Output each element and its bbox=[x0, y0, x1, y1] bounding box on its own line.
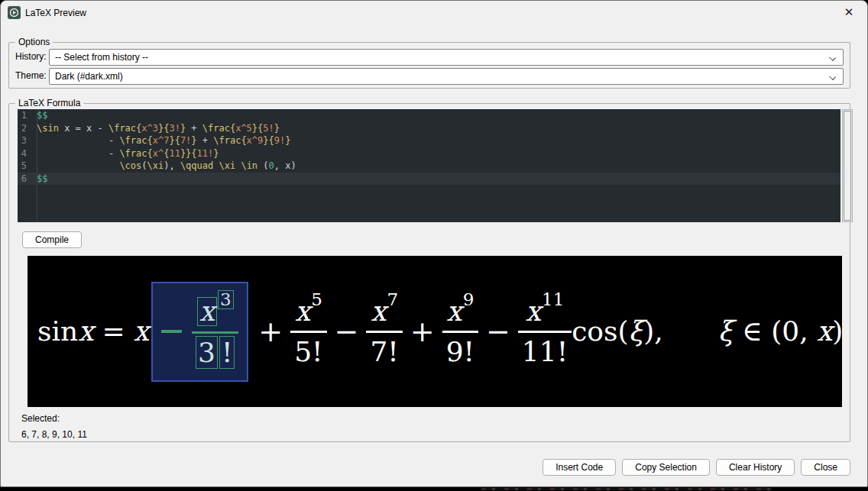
formula-cos: cos bbox=[572, 318, 617, 345]
fraction-numerator: x7 bbox=[367, 298, 402, 331]
formula-condition: ξ ∈ (0, x ) bbox=[718, 318, 844, 345]
fraction-numerator: x5 bbox=[291, 298, 326, 331]
close-button[interactable]: Close bbox=[801, 459, 850, 476]
clear-history-button[interactable]: Clear History bbox=[716, 459, 795, 476]
dialog-footer: Insert CodeCopy SelectionClear HistoryCl… bbox=[542, 459, 850, 476]
numerator-exponent: 9 bbox=[463, 291, 474, 308]
operator-sign: − bbox=[486, 317, 510, 346]
numerator-exponent: 7 bbox=[387, 291, 398, 308]
condition-in-interval: ∈ (0, bbox=[734, 318, 817, 345]
line-code: \cos(\xi), \qquad \xi \in (0, x) bbox=[32, 160, 296, 173]
history-label: History: bbox=[15, 51, 47, 62]
selected-minus-sign bbox=[161, 330, 182, 333]
line-code: $$ bbox=[32, 109, 47, 122]
rendered-formula: sin x = x x 3 3! bbox=[28, 256, 842, 407]
app-play-icon bbox=[8, 6, 21, 19]
theme-selected-value: Dark (#dark.xml) bbox=[55, 71, 123, 82]
formula-cos-xi: ξ bbox=[629, 318, 644, 345]
fraction-denominator: 7! bbox=[366, 333, 402, 366]
formula-equals: = bbox=[102, 318, 125, 345]
copy-selection-button[interactable]: Copy Selection bbox=[622, 459, 710, 476]
selected-label: Selected: bbox=[21, 413, 60, 424]
desktop-background bbox=[481, 488, 772, 490]
editor-line-6[interactable]: 6$$ bbox=[18, 173, 840, 186]
options-group-label: Options bbox=[15, 37, 53, 47]
condition-x: x bbox=[817, 318, 832, 345]
gutter-separator bbox=[37, 109, 37, 222]
selected-glyph-den-digit[interactable]: 3 bbox=[196, 336, 218, 369]
fraction-numerator: x9 bbox=[442, 298, 478, 331]
theme-label: Theme: bbox=[15, 70, 47, 81]
editor-line-1[interactable]: 1$$ bbox=[18, 109, 840, 122]
history-selected-value: -- Select from history -- bbox=[55, 52, 148, 63]
fraction-term: x1111! bbox=[518, 298, 572, 366]
formula-lhs-var: x bbox=[78, 318, 93, 345]
series-terms: +x55!−x77!+x99!−x1111! bbox=[251, 298, 572, 366]
numerator-base: x bbox=[446, 298, 462, 325]
numerator-exponent: 5 bbox=[311, 291, 322, 308]
fraction-denominator: 5! bbox=[290, 333, 326, 366]
line-number: 1 bbox=[18, 109, 32, 122]
editor-line-3[interactable]: 3 - \frac{x^7}{7!} + \frac{x^9}{9!} bbox=[18, 134, 840, 147]
line-code: - \frac{x^{11}}{11!} bbox=[32, 147, 219, 160]
condition-xi: ξ bbox=[718, 318, 734, 345]
formula-cos-open-paren: ( bbox=[617, 318, 628, 345]
line-number: 5 bbox=[18, 160, 32, 173]
history-select[interactable]: -- Select from history -- bbox=[49, 49, 844, 66]
condition-close-paren: ) bbox=[832, 318, 843, 345]
window-title: LaTeX Preview bbox=[25, 8, 86, 18]
selection-highlight-box[interactable]: x 3 3! bbox=[151, 282, 248, 382]
operator-sign: + bbox=[258, 317, 283, 346]
editor-scrollbar-thumb[interactable] bbox=[844, 111, 851, 221]
formula-first-term: x bbox=[134, 318, 149, 345]
editor-line-4[interactable]: 4 - \frac{x^{11}}{11!} bbox=[18, 147, 840, 160]
chevron-down-icon bbox=[829, 73, 836, 80]
line-number: 3 bbox=[18, 134, 32, 147]
line-number: 4 bbox=[18, 147, 32, 160]
latex-preview-dialog: LaTeX Preview ✕ Options History: -- Sele… bbox=[0, 0, 868, 487]
chevron-down-icon bbox=[829, 54, 836, 61]
line-number: 2 bbox=[18, 122, 32, 135]
formula-cos-close-paren: ), bbox=[643, 318, 663, 345]
compile-button[interactable]: Compile bbox=[22, 231, 82, 248]
selected-fraction: x 3 3! bbox=[192, 297, 238, 367]
operator-sign: + bbox=[410, 317, 435, 346]
options-group: Options History: -- Select from history … bbox=[8, 42, 850, 89]
selected-glyph-sup[interactable]: 3 bbox=[218, 290, 234, 309]
fraction-denominator: 11! bbox=[518, 333, 572, 366]
numerator-base: x bbox=[295, 298, 310, 325]
numerator-base: x bbox=[526, 298, 541, 325]
formula-sin: sin bbox=[37, 318, 78, 345]
editor-scrollbar[interactable] bbox=[842, 109, 853, 222]
fraction-numerator: x11 bbox=[522, 298, 568, 331]
close-window-button[interactable]: ✕ bbox=[840, 5, 858, 20]
selected-glyph-den-bang[interactable]: ! bbox=[219, 336, 235, 369]
operator-sign: − bbox=[335, 317, 359, 346]
latex-formula-group: LaTeX Formula 1$$2\sin x = x - \frac{x^3… bbox=[8, 103, 850, 442]
fraction-term: x99! bbox=[442, 298, 478, 366]
line-code: \sin x = x - \frac{x^3}{3!} + \frac{x^5}… bbox=[32, 122, 280, 135]
fraction-term: x77! bbox=[366, 298, 402, 366]
title-bar[interactable]: LaTeX Preview ✕ bbox=[1, 1, 867, 24]
numerator-base: x bbox=[371, 298, 386, 325]
theme-select[interactable]: Dark (#dark.xml) bbox=[49, 68, 844, 85]
editor-line-2[interactable]: 2\sin x = x - \frac{x^3}{3!} + \frac{x^5… bbox=[18, 122, 840, 135]
latex-formula-group-label: LaTeX Formula bbox=[15, 98, 83, 108]
latex-code-editor[interactable]: 1$$2\sin x = x - \frac{x^3}{3!} + \frac{… bbox=[18, 109, 840, 222]
formula-preview-canvas[interactable]: sin x = x x 3 3! bbox=[28, 256, 842, 407]
fraction-term: x55! bbox=[290, 298, 326, 366]
line-number: 6 bbox=[18, 173, 32, 186]
line-code: $$ bbox=[32, 173, 47, 186]
numerator-exponent: 11 bbox=[542, 291, 564, 308]
editor-line-5[interactable]: 5 \cos(\xi), \qquad \xi \in (0, x) bbox=[18, 160, 840, 173]
insert-code-button[interactable]: Insert Code bbox=[542, 459, 616, 476]
line-code: - \frac{x^7}{7!} + \frac{x^9}{9!} bbox=[32, 134, 290, 147]
selected-glyph-x[interactable]: x bbox=[197, 297, 217, 326]
selected-indices: 6, 7, 8, 9, 10, 11 bbox=[21, 429, 87, 440]
fraction-denominator: 9! bbox=[442, 333, 478, 366]
